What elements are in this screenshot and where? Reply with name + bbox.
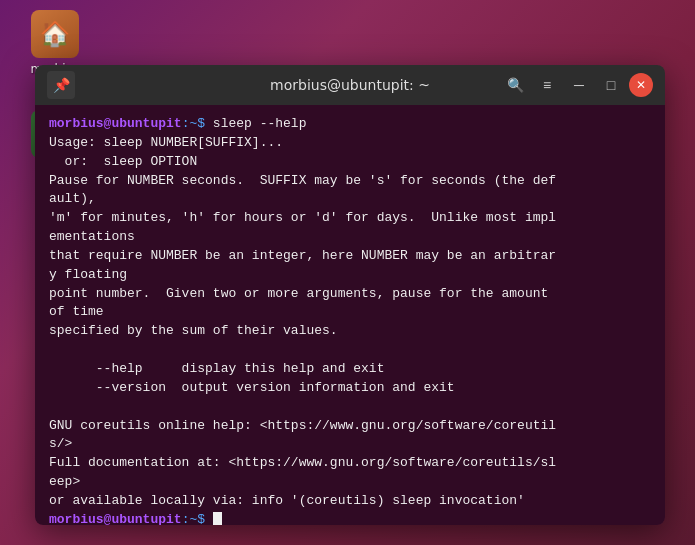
minimize-button[interactable]: ─ <box>565 71 593 99</box>
titlebar-title: morbius@ubuntupit: ~ <box>270 77 430 93</box>
output-line-4: ault), <box>49 190 651 209</box>
output-line-17: eep> <box>49 473 651 492</box>
terminal-body[interactable]: morbius@ubuntupit:~$ sleep --help Usage:… <box>35 105 665 525</box>
search-button[interactable]: 🔍 <box>501 71 529 99</box>
output-line-1: Usage: sleep NUMBER[SUFFIX]... <box>49 134 651 153</box>
close-button[interactable]: ✕ <box>629 73 653 97</box>
cursor <box>213 512 222 525</box>
output-line-10: of time <box>49 303 651 322</box>
output-line-16: Full documentation at: <https://www.gnu.… <box>49 454 651 473</box>
titlebar-right-controls: 🔍 ≡ ─ □ ✕ <box>501 71 653 99</box>
prompt2-user: morbius@ubuntupit <box>49 512 182 525</box>
terminal-window: 📌 morbius@ubuntupit: ~ 🔍 ≡ ─ □ ✕ morbius… <box>35 65 665 525</box>
output-line-15: s/> <box>49 435 651 454</box>
output-blank-1 <box>49 341 651 360</box>
output-line-6: ementations <box>49 228 651 247</box>
output-line-9: point number. Given two or more argument… <box>49 285 651 304</box>
menu-button[interactable]: ≡ <box>533 71 561 99</box>
output-line-14: GNU coreutils online help: <https://www.… <box>49 417 651 436</box>
output-blank-2 <box>49 398 651 417</box>
terminal-titlebar: 📌 morbius@ubuntupit: ~ 🔍 ≡ ─ □ ✕ <box>35 65 665 105</box>
output-line-18: or available locally via: info '(coreuti… <box>49 492 651 511</box>
pin-button[interactable]: 📌 <box>47 71 75 99</box>
maximize-button[interactable]: □ <box>597 71 625 99</box>
output-line-3: Pause for NUMBER seconds. SUFFIX may be … <box>49 172 651 191</box>
titlebar-left-controls: 📌 <box>47 71 75 99</box>
prompt2-path: :~$ <box>182 512 205 525</box>
output-line-12: --help display this help and exit <box>49 360 651 379</box>
output-line-11: specified by the sum of their values. <box>49 322 651 341</box>
desktop: morbius Tras 📌 morbius@ubuntupit: ~ 🔍 ≡ … <box>0 0 695 545</box>
output-line-8: y floating <box>49 266 651 285</box>
prompt-line-2: morbius@ubuntupit:~$ <box>49 511 651 525</box>
prompt-user: morbius@ubuntupit <box>49 116 182 131</box>
output-line-2: or: sleep OPTION <box>49 153 651 172</box>
output-line-13: --version output version information and… <box>49 379 651 398</box>
output-line-7: that require NUMBER be an integer, here … <box>49 247 651 266</box>
command-text: sleep --help <box>205 116 306 131</box>
command-line: morbius@ubuntupit:~$ sleep --help <box>49 115 651 134</box>
prompt-path: :~$ <box>182 116 205 131</box>
home-folder-icon <box>31 10 79 58</box>
output-line-5: 'm' for minutes, 'h' for hours or 'd' fo… <box>49 209 651 228</box>
